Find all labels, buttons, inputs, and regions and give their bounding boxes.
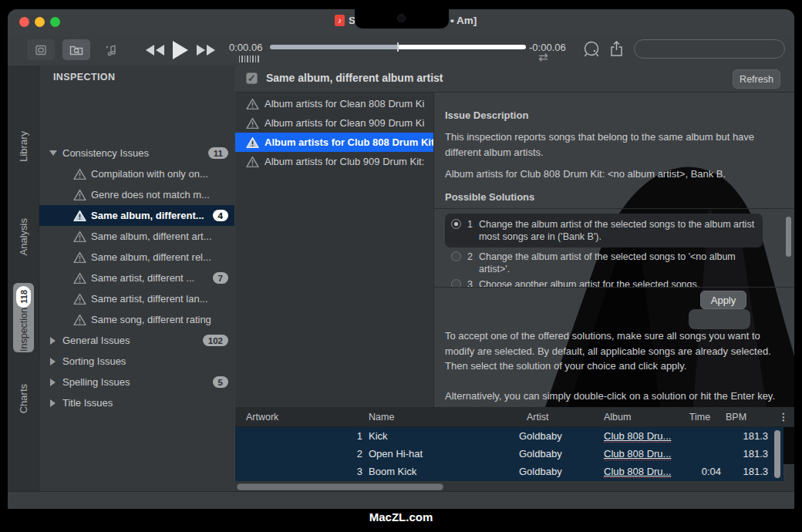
refresh-button[interactable]: Refresh <box>733 69 780 89</box>
tree-group-general-issues[interactable]: General Issues 102 <box>39 330 234 351</box>
window-title-right: • Am] <box>450 15 477 26</box>
time-elapsed: 0:00.06 <box>229 42 262 53</box>
folder-search-icon <box>69 44 83 56</box>
issue-row[interactable]: Album artists for Clean 808 Drum Ki <box>235 94 433 113</box>
tree-item-same-artist-diff[interactable]: Same artist, different ... 7 <box>39 268 234 288</box>
tree-group-spelling-issues[interactable]: Spelling Issues 5 <box>39 372 234 392</box>
help-para2: Alternatively, you can simply double-cli… <box>445 389 786 404</box>
solution-option-3[interactable]: 3 Choose another album artist for the se… <box>451 278 766 288</box>
share-button[interactable] <box>610 41 623 57</box>
rewind-button[interactable] <box>145 44 165 56</box>
solutions-heading: Possible Solutions <box>445 190 786 205</box>
issue-row[interactable]: Album artists for Club 909 Drum Kit: <box>235 152 433 171</box>
inspection-count-badge: 118 <box>16 286 31 308</box>
disclosure-closed-icon[interactable] <box>50 379 56 386</box>
warning-icon <box>73 314 86 326</box>
tab-inspection[interactable]: 118 Inspection <box>13 283 34 352</box>
tree-item-same-album-diff-art[interactable]: Same album, different art... <box>39 226 234 247</box>
device-frame: ♪ Se • Am] 0:00.06 -0:00.06 <box>0 0 802 532</box>
issue-row[interactable]: Album artists for Clean 909 Drum Ki <box>235 113 433 133</box>
column-options-icon[interactable]: ⋮ <box>771 411 794 423</box>
count-badge: 7 <box>213 272 228 284</box>
description-heading: Issue Description <box>445 108 786 123</box>
music-note-plus-icon <box>105 44 119 56</box>
rewind-icon <box>145 44 165 56</box>
tree-item-same-album-diff-rel[interactable]: Same album, different rel... <box>39 247 234 268</box>
warning-icon <box>246 156 259 168</box>
tree-group-sorting-issues[interactable]: Sorting Issues <box>39 351 234 372</box>
info-panel-button[interactable] <box>27 39 55 60</box>
inspector-button[interactable] <box>581 40 602 59</box>
search-input[interactable] <box>655 42 778 56</box>
table-row[interactable]: 1 Kick Goldbaby Club 808 Dru... 181.3 <box>235 427 794 445</box>
table-row[interactable]: 3 Boom Kick Goldbaby Club 808 Dru... 0:0… <box>235 463 794 480</box>
table-row[interactable]: 2 Open Hi-hat Goldbaby Club 808 Dru... 1… <box>235 445 794 463</box>
warning-icon <box>73 210 86 222</box>
inspector-circle-icon <box>581 40 602 59</box>
col-time[interactable]: Time <box>679 412 721 423</box>
tree-group-title-issues[interactable]: Title Issues <box>39 392 234 413</box>
tree-item-same-song-diff-rating[interactable]: Same song, different rating <box>39 309 234 330</box>
table-hscrollbar[interactable] <box>237 483 443 490</box>
search-field[interactable] <box>634 39 785 59</box>
album-link[interactable]: Club 808 Dru... <box>604 448 671 460</box>
album-link[interactable]: Club 808 Dru... <box>604 430 671 443</box>
browse-inspect-button[interactable] <box>62 39 90 60</box>
radio-icon[interactable] <box>451 279 461 288</box>
close-button[interactable] <box>19 17 29 27</box>
warning-icon <box>246 98 259 110</box>
tree-item-compilation[interactable]: Compilation with only on... <box>39 163 234 184</box>
fast-forward-button[interactable] <box>196 44 216 56</box>
zoom-button[interactable] <box>50 17 60 27</box>
camera-dot <box>397 14 406 22</box>
col-artwork[interactable]: Artwork <box>235 412 339 423</box>
tab-charts[interactable]: Charts <box>8 384 39 419</box>
share-icon <box>610 41 623 57</box>
warning-icon <box>73 231 86 243</box>
panel-title: Same album, different album artist <box>266 72 443 84</box>
description-para1: This inspection reports songs that belon… <box>445 130 786 160</box>
song-table: Artwork Name Artist Album Time BPM ⋮ 1 K… <box>235 407 794 491</box>
description-para2: Album artists for Club 808 Drum Kit: <no… <box>445 167 786 182</box>
col-album[interactable]: Album <box>598 412 679 423</box>
play-icon <box>171 40 188 60</box>
tree-item-same-artist-diff-lan[interactable]: Same artist, different lan... <box>39 288 234 309</box>
count-badge: 102 <box>203 335 228 346</box>
minimize-button[interactable] <box>35 17 45 27</box>
col-name[interactable]: Name <box>362 412 513 423</box>
solutions-vscrollbar[interactable] <box>786 217 791 257</box>
solution-option-1[interactable]: 1 Change the album artist of the selecte… <box>451 218 766 243</box>
issue-row-selected[interactable]: Album artists for Club 808 Drum Kit: <box>235 133 433 152</box>
col-artist[interactable]: Artist <box>513 412 598 423</box>
tree-group-consistency-issues[interactable]: Consistency Issues 11 <box>39 143 234 163</box>
disclosure-closed-icon[interactable] <box>50 399 56 407</box>
tree-item-genre-mismatch[interactable]: Genre does not match m... <box>39 184 234 205</box>
tab-library[interactable]: Library <box>8 131 39 180</box>
table-header[interactable]: Artwork Name Artist Album Time BPM ⋮ <box>235 407 794 427</box>
radio-icon[interactable] <box>451 251 461 261</box>
panel-header: ✓ Same album, different album artist Ref… <box>235 66 794 93</box>
issue-enabled-checkbox[interactable]: ✓ <box>246 72 258 84</box>
album-link[interactable]: Club 808 Dru... <box>604 466 671 478</box>
inspection-sidebar: INSPECTION Consistency Issues 11 Compila… <box>39 66 234 491</box>
radio-selected-icon[interactable] <box>451 219 461 229</box>
solution-option-2[interactable]: 2 Change the album artist of the selecte… <box>451 251 766 275</box>
play-button[interactable] <box>171 40 188 60</box>
tab-analysis[interactable]: Analysis <box>8 218 39 269</box>
col-bpm[interactable]: BPM <box>721 412 771 423</box>
disclosure-closed-icon[interactable] <box>50 358 56 365</box>
warning-icon <box>73 293 86 305</box>
inspection-content: ✓ Same album, different album artist Ref… <box>235 66 794 491</box>
audio-file-icon: ♪ <box>335 15 345 26</box>
scrubber-remaining <box>398 45 526 49</box>
playhead-marker[interactable] <box>397 42 399 52</box>
add-song-button[interactable] <box>98 39 126 60</box>
disclosure-open-icon[interactable] <box>49 150 57 156</box>
tempo-barcode-icon[interactable] <box>239 56 260 62</box>
tree-item-same-album-diff-album-artist[interactable]: Same album, different... 4 <box>39 205 234 226</box>
disclosure-closed-icon[interactable] <box>50 337 56 345</box>
apply-button[interactable]: Apply <box>700 291 746 309</box>
table-vscrollbar[interactable] <box>774 430 780 478</box>
warning-icon <box>246 136 259 149</box>
loop-icon[interactable]: ⇄ <box>538 52 548 62</box>
